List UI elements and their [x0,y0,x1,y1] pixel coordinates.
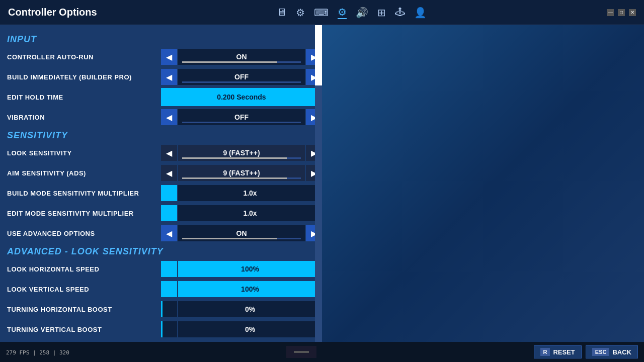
nav-icons: 🖥 ⚙ ⌨ ⚙ 🔊 ⊞ 🕹 👤 [277,6,427,19]
look-vertical-speed-row: LOOK VERTICAL SPEED 100% [5,280,322,298]
look-horizontal-speed-row: LOOK HORIZONTAL SPEED 100% [5,260,322,278]
build-mode-mult-value: 1.0x [178,185,322,201]
look-vertical-speed-control: 100% [161,281,322,297]
aim-sensitivity-control: ◀ 9 (FAST++) ▶ [161,165,322,181]
build-immediately-label: BUILD IMMEDIATELY (BUILDER PRO) [5,73,161,81]
look-sensitivity-label: LOOK SENSITIVITY [5,149,161,157]
fps-counter: 279 FPS | 258 | 320 [6,347,69,356]
look-horizontal-speed-control: 100% [161,261,322,277]
left-panel: INPUT CONTROLLER AUTO-RUN ◀ ON ▶ BUILD I… [0,25,322,362]
controller-auto-run-label: CONTROLLER AUTO-RUN [5,53,161,61]
turning-horizontal-indicator [161,301,177,317]
monitor-icon[interactable]: 🖥 [277,7,287,18]
look-sensitivity-slider [182,157,301,159]
look-horizontal-speed-value[interactable]: 100% [178,261,322,277]
vibration-value: OFF [178,109,305,125]
settings-icon[interactable]: ⚙ [296,7,305,19]
edit-mode-mult-value: 1.0x [178,205,322,221]
look-vertical-speed-label: LOOK VERTICAL SPEED [5,286,161,293]
look-sensitivity-row: LOOK SENSITIVITY ◀ 9 (FAST++) ▶ [5,144,322,162]
edit-hold-time-control: 0.200 Seconds [161,88,322,106]
build-immediately-slider [182,81,301,83]
edit-hold-time-row: EDIT HOLD TIME 0.200 Seconds [5,88,322,106]
right-panel [322,25,644,362]
edit-mode-mult-control: 1.0x [161,205,322,221]
use-advanced-slider [182,238,301,239]
title-bar: Controller Options 🖥 ⚙ ⌨ ⚙ 🔊 ⊞ 🕹 👤 — □ ✕ [0,0,644,25]
title-bar-left: Controller Options [8,7,97,18]
keyboard-icon[interactable]: ⌨ [314,7,329,19]
look-horizontal-speed-label: LOOK HORIZONTAL SPEED [5,265,161,273]
build-immediately-row: BUILD IMMEDIATELY (BUILDER PRO) ◀ OFF ▶ [5,68,322,86]
look-horizontal-indicator [161,261,177,277]
turning-vertical-boost-label: TURNING VERTICAL BOOST [5,326,161,333]
scrollbar[interactable] [315,25,322,362]
volume-icon[interactable]: 🔊 [356,7,368,19]
layout-icon[interactable]: ⊞ [377,7,386,19]
turning-horizontal-boost-row: TURNING HORIZONTAL BOOST 0% [5,300,322,318]
turning-horizontal-boost-control: 0% [161,301,322,317]
controller-auto-run-left[interactable]: ◀ [161,49,177,65]
edit-mode-mult-label: EDIT MODE SENSITIVITY MULTIPLIER [5,210,161,217]
main-content: INPUT CONTROLLER AUTO-RUN ◀ ON ▶ BUILD I… [0,25,644,362]
look-sensitivity-control: ◀ 9 (FAST++) ▶ [161,145,322,161]
aim-sensitivity-row: AIM SENSITIVITY (ADS) ◀ 9 (FAST++) ▶ [5,164,322,182]
back-key: ESC [592,348,610,356]
build-immediately-control: ◀ OFF ▶ [161,69,322,85]
use-advanced-label: USE ADVANCED OPTIONS [5,230,161,237]
window-controls: — □ ✕ [607,9,636,16]
edit-hold-time-label: EDIT HOLD TIME [5,94,161,101]
use-advanced-row: USE ADVANCED OPTIONS ◀ ON ▶ [5,224,322,242]
back-label: BACK [612,348,631,356]
build-mode-mult-label: BUILD MODE SENSITIVITY MULTIPLIER [5,190,161,197]
maximize-button[interactable]: □ [618,9,625,16]
reset-label: RESET [553,348,575,356]
reset-key: R [540,348,550,356]
controller-auto-run-value: ON [178,49,305,65]
aim-sensitivity-left[interactable]: ◀ [161,165,177,181]
turning-horizontal-boost-value: 0% [178,301,322,317]
scrollbar-thumb[interactable] [315,25,322,85]
bottom-right: R RESET ESC BACK [534,345,638,358]
vibration-slider [182,122,301,123]
edit-hold-time-value[interactable]: 0.200 Seconds [161,88,322,106]
build-mode-indicator [161,185,177,201]
fps-info: 279 FPS | 258 | 320 [6,349,69,356]
reset-button[interactable]: R RESET [534,345,582,358]
look-vertical-speed-value[interactable]: 100% [178,281,322,297]
use-advanced-control: ◀ ON ▶ [161,225,322,241]
mini-bar-inner [294,351,309,353]
aim-sensitivity-label: AIM SENSITIVITY (ADS) [5,169,161,177]
edit-mode-mult-row: EDIT MODE SENSITIVITY MULTIPLIER 1.0x [5,204,322,222]
advanced-section-header: ADVANCED - LOOK SENSITIVITY [7,246,322,257]
gamepad-icon[interactable]: 🕹 [395,7,405,18]
controller-auto-run-row: CONTROLLER AUTO-RUN ◀ ON ▶ [5,48,322,66]
turning-horizontal-boost-label: TURNING HORIZONTAL BOOST [5,306,161,313]
look-sensitivity-left[interactable]: ◀ [161,145,177,161]
bottom-controls [286,346,316,358]
turning-vertical-boost-control: 0% [161,321,322,337]
build-immediately-left[interactable]: ◀ [161,69,177,85]
sensitivity-section-header: SENSITIVITY [7,130,322,141]
turning-vertical-indicator [161,321,177,337]
mini-bar [286,346,316,358]
vibration-row: VIBRATION ◀ OFF ▶ [5,108,322,126]
bottom-bar: 279 FPS | 258 | 320 R RESET ESC BACK [0,342,644,362]
back-button[interactable]: ESC BACK [586,345,638,358]
use-advanced-value: ON [178,225,305,241]
controller-icon[interactable]: ⚙ [338,6,347,19]
controller-auto-run-slider [182,61,301,63]
use-advanced-left[interactable]: ◀ [161,225,177,241]
edit-mode-indicator [161,205,177,221]
vibration-control: ◀ OFF ▶ [161,109,322,125]
build-immediately-value: OFF [178,69,305,85]
minimize-button[interactable]: — [607,9,614,16]
vibration-left[interactable]: ◀ [161,109,177,125]
user-icon[interactable]: 👤 [414,7,427,19]
aim-sensitivity-slider [182,177,301,179]
close-button[interactable]: ✕ [629,9,636,16]
look-vertical-indicator [161,281,177,297]
look-sensitivity-value: 9 (FAST++) [178,145,305,161]
build-mode-mult-row: BUILD MODE SENSITIVITY MULTIPLIER 1.0x [5,184,322,202]
window-title: Controller Options [8,7,97,18]
